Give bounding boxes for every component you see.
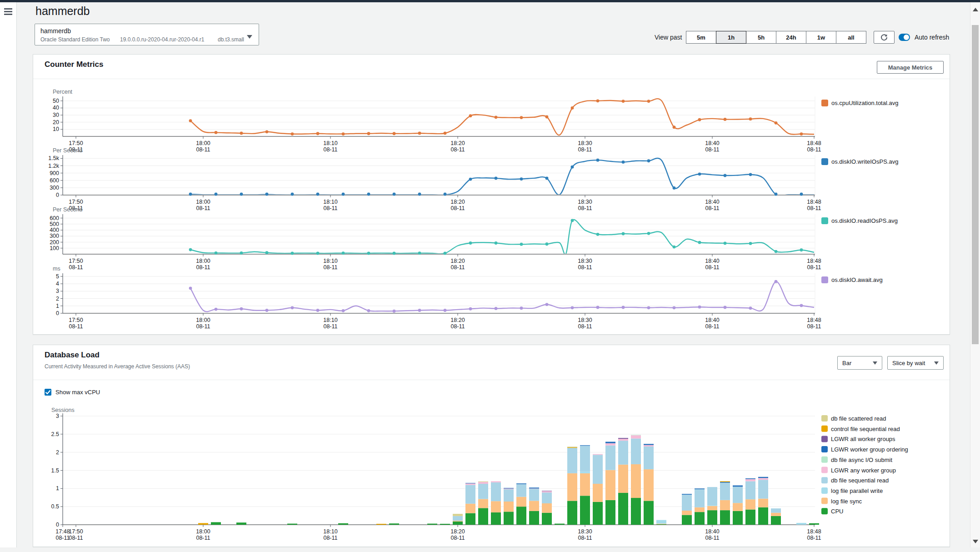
svg-text:2.5: 2.5 [51, 431, 59, 437]
database-load-subtitle: Current Activity Measured in Average Act… [45, 363, 190, 370]
svg-text:08-11: 08-11 [450, 323, 465, 330]
svg-text:18:00: 18:00 [196, 199, 210, 205]
svg-text:1.5: 1.5 [51, 467, 59, 474]
legend-item: db file sequential read [821, 477, 889, 484]
svg-text:18:10: 18:10 [323, 140, 337, 146]
legend-item: log file sync [821, 498, 862, 505]
manage-metrics-button[interactable]: Manage Metrics [877, 61, 944, 74]
svg-text:db file scattered read: db file scattered read [831, 415, 886, 422]
svg-text:40: 40 [53, 105, 59, 111]
svg-text:18:10: 18:10 [323, 199, 337, 205]
svg-text:18:30: 18:30 [578, 317, 592, 323]
svg-text:18:30: 18:30 [578, 528, 592, 535]
svg-text:18:00: 18:00 [196, 317, 210, 323]
chart-type-dropdown[interactable]: Bar [837, 356, 882, 370]
show-max-vcpu-row: Show max vCPU [45, 389, 100, 396]
svg-text:08-11: 08-11 [807, 323, 821, 330]
svg-text:08-11: 08-11 [55, 535, 70, 541]
svg-text:08-11: 08-11 [578, 535, 592, 541]
show-max-vcpu-checkbox[interactable] [45, 389, 51, 396]
svg-text:18:30: 18:30 [578, 199, 592, 205]
time-range-group: 5m 1h 5h 24h 1w all [686, 31, 866, 44]
svg-text:2: 2 [56, 296, 59, 302]
range-button-24h[interactable]: 24h [776, 31, 806, 44]
svg-text:db file sequential read: db file sequential read [831, 477, 889, 484]
svg-text:18:48: 18:48 [807, 199, 821, 205]
svg-text:18:48: 18:48 [807, 528, 821, 535]
legend-item: log file parallel write [821, 487, 883, 494]
refresh-icon [880, 33, 888, 41]
scrollbar-thumb[interactable] [972, 25, 979, 344]
svg-text:08-11: 08-11 [705, 146, 719, 153]
svg-text:18:10: 18:10 [323, 258, 337, 264]
range-button-1w[interactable]: 1w [806, 31, 836, 44]
scroll-up-arrow-icon[interactable] [973, 8, 978, 11]
svg-text:0.5: 0.5 [51, 503, 59, 510]
counter-metrics-title: Counter Metrics [45, 60, 103, 69]
svg-text:08-11: 08-11 [323, 535, 337, 541]
vertical-scrollbar[interactable] [970, 2, 980, 547]
instance-version: 19.0.0.0.ru-2020-04.rur-2020-04.r1 [120, 36, 204, 43]
auto-refresh-toggle[interactable] [899, 34, 910, 41]
svg-text:Percent: Percent [53, 89, 73, 95]
svg-text:18:00: 18:00 [196, 258, 210, 264]
svg-text:18:48: 18:48 [807, 317, 821, 323]
svg-text:08-11: 08-11 [323, 323, 337, 330]
svg-text:08-11: 08-11 [323, 264, 337, 271]
instance-engine: Oracle Standard Edition Two [40, 36, 110, 43]
svg-text:3: 3 [56, 288, 59, 294]
svg-text:17:50: 17:50 [69, 317, 83, 323]
svg-text:08-11: 08-11 [578, 323, 592, 330]
svg-text:20: 20 [53, 119, 59, 125]
svg-text:os.diskIO.writeIOsPS.avg: os.diskIO.writeIOsPS.avg [831, 158, 898, 165]
svg-text:900: 900 [50, 170, 59, 176]
view-past-label: View past [655, 34, 682, 41]
svg-text:08-11: 08-11 [69, 323, 83, 330]
svg-text:200: 200 [50, 239, 59, 246]
svg-text:08-11: 08-11 [450, 535, 465, 541]
svg-text:17:50: 17:50 [69, 258, 83, 264]
svg-text:log file parallel write: log file parallel write [831, 487, 883, 494]
left-sidebar [0, 2, 17, 547]
svg-text:08-11: 08-11 [196, 264, 210, 271]
slice-by-dropdown[interactable]: Slice by wait [887, 356, 944, 370]
range-button-5m[interactable]: 5m [686, 31, 716, 44]
svg-text:18:40: 18:40 [705, 199, 719, 205]
top-navigation-bar [0, 0, 980, 2]
range-button-1h[interactable]: 1h [716, 31, 746, 44]
svg-text:5: 5 [56, 273, 59, 280]
instance-selector-dropdown[interactable]: hammerdb Oracle Standard Edition Two 19.… [35, 24, 259, 45]
svg-text:600: 600 [50, 177, 59, 184]
svg-text:100: 100 [50, 245, 59, 251]
svg-text:17:48: 17:48 [55, 528, 70, 535]
legend-item: db file scattered read [821, 415, 886, 422]
svg-text:os.diskIO.readIOsPS.avg: os.diskIO.readIOsPS.avg [831, 217, 898, 224]
svg-text:08-11: 08-11 [450, 146, 465, 153]
svg-text:08-11: 08-11 [69, 264, 83, 271]
svg-text:08-11: 08-11 [196, 323, 210, 330]
svg-text:08-11: 08-11 [807, 146, 821, 153]
svg-text:18:40: 18:40 [705, 317, 719, 323]
svg-text:1: 1 [56, 303, 59, 309]
svg-text:18:20: 18:20 [450, 199, 465, 205]
svg-text:08-11: 08-11 [323, 146, 337, 153]
svg-text:18:20: 18:20 [450, 528, 465, 535]
refresh-button[interactable] [874, 31, 895, 44]
svg-text:08-11: 08-11 [323, 205, 337, 211]
svg-text:400: 400 [50, 227, 59, 233]
range-button-all[interactable]: all [836, 31, 866, 44]
svg-text:08-11: 08-11 [578, 146, 592, 153]
svg-text:0: 0 [56, 192, 59, 198]
hamburger-menu-icon[interactable] [4, 8, 12, 15]
svg-text:18:20: 18:20 [450, 317, 465, 323]
svg-text:10: 10 [53, 126, 59, 132]
instance-class: db.t3.small [218, 36, 244, 43]
svg-text:1.2k: 1.2k [48, 163, 59, 169]
svg-text:18:40: 18:40 [705, 258, 719, 264]
svg-text:18:10: 18:10 [323, 528, 337, 535]
performance-insights-page: hammerdb hammerdb Oracle Standard Editio… [0, 0, 980, 552]
scroll-down-arrow-icon[interactable] [973, 540, 978, 543]
svg-text:08-11: 08-11 [450, 205, 465, 211]
range-button-5h[interactable]: 5h [746, 31, 776, 44]
divider [33, 380, 950, 380]
